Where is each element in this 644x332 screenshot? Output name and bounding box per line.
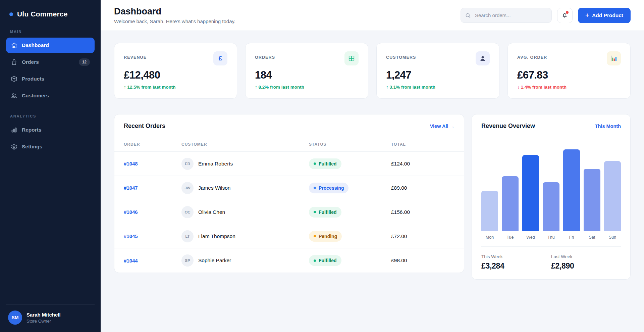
search-input[interactable] <box>461 8 552 23</box>
summary-value: £2,890 <box>551 262 621 271</box>
status-badge: Fulfilled <box>309 207 341 218</box>
sidebar-item-reports[interactable]: Reports <box>6 122 95 138</box>
sidebar-item-label: Products <box>22 76 44 82</box>
sidebar-item-settings[interactable]: Settings <box>6 139 95 154</box>
customer-avatar: ER <box>181 158 194 170</box>
sidebar-item-label: Orders <box>22 59 39 65</box>
chart-axis-label: Tue <box>502 235 519 240</box>
status-cell: Fulfilled <box>309 207 391 218</box>
chart-axis-label: Wed <box>522 235 539 240</box>
table-row[interactable]: #1047 JW James Wilson Processing £89.00 <box>114 176 464 200</box>
order-id-link[interactable]: #1046 <box>124 209 181 215</box>
revenue-overview-title: Revenue Overview <box>481 123 535 130</box>
customer-name: James Wilson <box>198 185 230 191</box>
chart-axis-label: Thu <box>543 235 559 240</box>
status-cell: Processing <box>309 183 391 193</box>
user-role: Store Owner <box>26 319 61 324</box>
table-row[interactable]: #1046 OC Olivia Chen Fulfilled £156.00 <box>114 200 464 224</box>
status-dot-icon <box>314 259 316 262</box>
customer-avatar: SP <box>181 254 194 267</box>
customer-cell: LT Liam Thompson <box>181 230 309 242</box>
add-product-button[interactable]: + Add Product <box>578 8 631 23</box>
stat-value: 1,247 <box>386 69 490 81</box>
stat-card: AVG. ORDER £67.83 ↓ 1.4% from last month <box>507 43 631 99</box>
status-cell: Pending <box>309 231 391 242</box>
order-id-link[interactable]: #1047 <box>124 185 181 191</box>
chart-axis-label: Sat <box>584 235 600 240</box>
status-label: Fulfilled <box>319 161 337 167</box>
brand-logo: Ulu Commerce <box>6 9 95 19</box>
table-row[interactable]: #1045 LT Liam Thompson Pending £72.00 <box>114 224 464 248</box>
add-product-label: Add Product <box>592 12 623 18</box>
table-row[interactable]: #1044 SP Sophie Parker Fulfilled £98.00 <box>114 248 464 273</box>
stat-delta: ↑ 3.1% from last month <box>386 85 490 90</box>
sidebar-item-products[interactable]: Products <box>6 71 95 87</box>
orders-table-body: #1048 ER Emma Roberts Fulfilled £124.00 … <box>114 152 464 273</box>
notifications-button[interactable] <box>557 8 573 23</box>
status-dot-icon <box>314 162 316 165</box>
sidebar-item-label: Customers <box>22 93 49 99</box>
page-header: Dashboard Welcome back, Sarah. Here's wh… <box>101 0 644 31</box>
period-link[interactable]: This Month <box>595 124 621 129</box>
recent-orders-title: Recent Orders <box>124 123 165 130</box>
recent-orders-panel: Recent Orders View All → ORDERCUSTOMERST… <box>114 114 464 273</box>
stat-value: £12,480 <box>124 69 227 81</box>
order-total: £72.00 <box>391 233 454 239</box>
table-row[interactable]: #1048 ER Emma Roberts Fulfilled £124.00 <box>114 152 464 176</box>
sidebar-item-label: Dashboard <box>22 42 49 48</box>
avatar: SM <box>8 311 22 325</box>
order-total: £89.00 <box>391 185 454 191</box>
chart-bar-thu <box>543 182 559 231</box>
order-id-link[interactable]: #1045 <box>124 233 181 239</box>
summary-block: Last Week £2,890 <box>551 254 621 271</box>
users-icon <box>11 92 17 99</box>
status-label: Fulfilled <box>319 258 337 263</box>
customer-name: Liam Thompson <box>198 233 235 239</box>
search-icon <box>465 12 471 18</box>
sidebar-item-label: Reports <box>22 127 42 133</box>
sidebar-nav: MAIN Dashboard Orders 12 Products Custom… <box>6 19 95 156</box>
grid-icon <box>344 51 359 65</box>
chart-bars <box>481 147 621 231</box>
summary-label: This Week <box>481 254 551 259</box>
chart-axis-label: Mon <box>481 235 498 240</box>
status-badge: Pending <box>309 231 342 242</box>
stat-delta: ↓ 1.4% from last month <box>517 85 621 90</box>
user-name: Sarah Mitchell <box>26 312 61 318</box>
view-all-link[interactable]: View All → <box>430 124 454 129</box>
bag-icon <box>11 59 17 65</box>
page-title: Dashboard <box>114 6 235 17</box>
stat-label: REVENUE <box>124 51 147 60</box>
stat-delta: ↑ 12.5% from last month <box>124 85 227 90</box>
revenue-overview-panel: Revenue Overview This Month MonTueWedThu… <box>472 114 631 280</box>
customer-name: Olivia Chen <box>198 209 225 215</box>
status-label: Fulfilled <box>319 209 337 215</box>
column-header: TOTAL <box>391 142 454 147</box>
sidebar-item-orders[interactable]: Orders 12 <box>6 54 95 70</box>
stat-card: ORDERS 184 ↑ 8.2% from last month <box>245 43 368 99</box>
chart-axis-label: Fri <box>563 235 580 240</box>
order-total: £98.00 <box>391 257 454 264</box>
box-icon <box>11 76 17 82</box>
order-total: £124.00 <box>391 161 454 167</box>
customer-cell: SP Sophie Parker <box>181 254 309 267</box>
user-bust-icon <box>476 51 490 65</box>
order-id-link[interactable]: #1048 <box>124 161 181 167</box>
sidebar-item-dashboard[interactable]: Dashboard <box>6 38 95 53</box>
bar-emoji-icon <box>607 51 621 65</box>
chart-bar-mon <box>481 191 498 231</box>
summary-value: £3,284 <box>481 262 551 271</box>
stat-card: REVENUE £ £12,480 ↑ 12.5% from last mont… <box>114 43 237 99</box>
stat-value: 184 <box>255 69 359 81</box>
sidebar-item-customers[interactable]: Customers <box>6 88 95 103</box>
stat-label: CUSTOMERS <box>386 51 416 60</box>
chart-bar-sun <box>604 161 621 231</box>
content: REVENUE £ £12,480 ↑ 12.5% from last mont… <box>101 31 644 332</box>
status-cell: Fulfilled <box>309 255 391 266</box>
sidebar-user-card[interactable]: SM Sarah Mitchell Store Owner <box>6 304 95 325</box>
chart-axis-label: Sun <box>604 235 621 240</box>
chart-labels: MonTueWedThuFriSatSun <box>481 231 621 240</box>
column-header: CUSTOMER <box>181 142 309 147</box>
customer-name: Emma Roberts <box>198 161 233 167</box>
order-id-link[interactable]: #1044 <box>124 258 181 264</box>
